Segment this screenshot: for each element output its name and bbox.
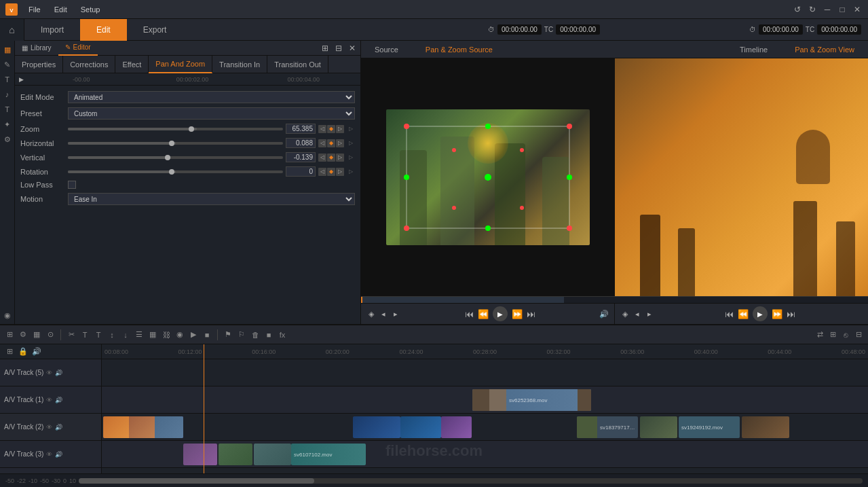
sidebar-icon-settings[interactable]: ⚙ bbox=[1, 133, 14, 145]
sidebar-icon-library[interactable]: ▦ bbox=[1, 43, 14, 56]
track-3-vol-icon[interactable]: 🔊 bbox=[55, 451, 62, 458]
timecode-right[interactable]: 00:00:00.00 bbox=[759, 24, 803, 35]
horizontal-expand[interactable]: ▷ bbox=[347, 139, 355, 147]
close-icon[interactable]: ✕ bbox=[852, 4, 863, 15]
panel-close-icon[interactable]: ✕ bbox=[347, 43, 358, 54]
vertical-keyframe-btn[interactable]: ◆ bbox=[327, 154, 335, 162]
tl-color-icon[interactable]: ■ bbox=[263, 329, 274, 340]
sidebar-icon-music[interactable]: ♪ bbox=[1, 88, 14, 101]
tab-pan-zoom[interactable]: Pan And Zoom bbox=[149, 56, 212, 73]
sidebar-icon-edit[interactable]: ✎ bbox=[1, 58, 14, 71]
track-1-vol-icon[interactable]: 🔊 bbox=[55, 397, 62, 403]
left-marker-icon[interactable]: ◈ bbox=[366, 309, 376, 319]
tab-transition-out[interactable]: Transition Out bbox=[267, 56, 328, 73]
tl-circle-icon[interactable]: ◉ bbox=[174, 329, 185, 340]
tl-right-icon2[interactable]: ⊞ bbox=[827, 329, 838, 340]
vertical-btn-left[interactable]: ◁ bbox=[318, 154, 326, 162]
redo-icon[interactable]: ↻ bbox=[807, 4, 818, 15]
preview-timeline-tab[interactable]: Timeline bbox=[726, 41, 781, 58]
horizontal-value[interactable]: 0.088 bbox=[286, 138, 316, 148]
zoom-value[interactable]: 65.385 bbox=[286, 124, 316, 134]
right-skip-fwd-icon[interactable]: ⏭ bbox=[787, 309, 795, 319]
rotation-slider[interactable] bbox=[68, 170, 283, 173]
tl-arrow-icon[interactable]: ↕ bbox=[107, 329, 117, 340]
vertical-expand[interactable]: ▷ bbox=[347, 154, 355, 162]
tl-right-icon1[interactable]: ⇄ bbox=[814, 329, 825, 340]
zoom-btn-right[interactable]: ▷ bbox=[336, 125, 344, 133]
track-2-eye-icon[interactable]: 👁 bbox=[46, 424, 52, 431]
tl-marker1-icon[interactable]: ⚑ bbox=[223, 329, 233, 340]
tab-corrections[interactable]: Corrections bbox=[63, 56, 115, 73]
low-pass-checkbox[interactable] bbox=[68, 181, 76, 189]
panel-play-button[interactable]: ▶ bbox=[16, 75, 26, 84]
rotation-keyframe-btn[interactable]: ◆ bbox=[327, 168, 335, 176]
track-audio-icon[interactable]: 🔊 bbox=[31, 346, 42, 357]
track-3-eye-icon[interactable]: 👁 bbox=[46, 451, 52, 458]
clip-track2-1[interactable] bbox=[103, 416, 183, 438]
clip-track2-7[interactable]: sv19249192.mov bbox=[679, 416, 740, 438]
import-button[interactable]: Import bbox=[24, 19, 80, 41]
track-5-eye-icon[interactable]: 👁 bbox=[46, 369, 52, 376]
motion-select[interactable]: Ease In bbox=[68, 193, 355, 205]
tab-effect[interactable]: Effect bbox=[115, 56, 149, 73]
vertical-slider[interactable] bbox=[68, 156, 283, 159]
tl-text-icon[interactable]: T bbox=[79, 329, 90, 340]
tl-stop-icon[interactable]: ■ bbox=[202, 329, 212, 340]
tl-fx-icon[interactable]: fx bbox=[277, 329, 288, 340]
zoom-btn-left[interactable]: ◁ bbox=[318, 125, 326, 133]
left-skip-back-icon[interactable]: ⏮ bbox=[465, 309, 474, 319]
timecode-left2[interactable]: 00:00:00.00 bbox=[556, 24, 600, 35]
track-2-vol-icon[interactable]: 🔊 bbox=[55, 424, 62, 431]
right-step-back-icon[interactable]: ⏪ bbox=[738, 309, 749, 319]
timecode-left[interactable]: 00:00:00.00 bbox=[497, 24, 542, 35]
track-1-eye-icon[interactable]: 👁 bbox=[46, 397, 52, 403]
sidebar-icon-type2[interactable]: T bbox=[1, 103, 14, 115]
right-vol2-icon[interactable]: ▸ bbox=[645, 309, 654, 319]
tab-properties[interactable]: Properties bbox=[15, 56, 63, 73]
vertical-value[interactable]: -0.139 bbox=[286, 152, 316, 162]
rotation-value[interactable]: 0 bbox=[286, 166, 316, 177]
export-button[interactable]: Export bbox=[127, 19, 183, 41]
left-play-button[interactable]: ▶ bbox=[493, 306, 508, 321]
left-step-back-icon[interactable]: ⏪ bbox=[478, 309, 489, 319]
tl-add-track-icon[interactable]: ⊞ bbox=[4, 329, 15, 340]
preset-select[interactable]: Custom bbox=[68, 107, 355, 120]
horizontal-slider[interactable] bbox=[68, 142, 283, 145]
left-vol-ctrl-icon[interactable]: 🔊 bbox=[599, 310, 609, 319]
tl-down-icon[interactable]: ↓ bbox=[120, 329, 131, 340]
clip-track2-5[interactable]: sv18379717.mov bbox=[577, 416, 638, 438]
track-3-content[interactable]: sv6107102.mov bbox=[102, 441, 868, 468]
left-step-fwd-icon[interactable]: ⏩ bbox=[512, 309, 523, 319]
vertical-btn-right[interactable]: ▷ bbox=[336, 154, 344, 162]
library-tab[interactable]: ▦ Library bbox=[15, 41, 58, 56]
menu-edit[interactable]: Edit bbox=[52, 4, 70, 15]
right-skip-back-icon[interactable]: ⏮ bbox=[725, 309, 734, 319]
clip-track3-3[interactable] bbox=[254, 444, 291, 465]
tl-play-icon[interactable]: ▶ bbox=[188, 329, 199, 340]
sidebar-icon-bottom[interactable]: ◉ bbox=[1, 309, 14, 321]
clip-track3-2[interactable] bbox=[219, 444, 252, 465]
tl-zoom-fit-icon[interactable]: ⊙ bbox=[45, 329, 56, 340]
home-button[interactable]: ⌂ bbox=[0, 19, 24, 41]
horizontal-btn-right[interactable]: ▷ bbox=[336, 139, 344, 147]
panel-detach-icon[interactable]: ⊟ bbox=[333, 43, 344, 54]
track-header-icon[interactable]: ⊞ bbox=[4, 346, 15, 357]
clip-track3-4[interactable]: sv6107102.mov bbox=[291, 444, 366, 465]
clip-sv6252368[interactable]: sv6252368.mov bbox=[472, 389, 591, 411]
right-vol-icon[interactable]: ◂ bbox=[633, 309, 642, 319]
preview-scrubber-source[interactable] bbox=[361, 296, 868, 303]
track-1-content[interactable]: sv6252368.mov bbox=[102, 386, 868, 414]
rotation-btn-left[interactable]: ◁ bbox=[318, 168, 326, 176]
left-skip-fwd-icon[interactable]: ⏭ bbox=[527, 309, 535, 319]
timeline-scrollbar-thumb[interactable] bbox=[79, 478, 314, 484]
preview-pan-zoom-view-tab[interactable]: Pan & Zoom View bbox=[781, 41, 868, 58]
tab-transition-in[interactable]: Transition In bbox=[212, 56, 267, 73]
panel-pin-icon[interactable]: ⊞ bbox=[320, 43, 331, 54]
clip-track2-2[interactable] bbox=[353, 416, 400, 438]
clip-track2-4[interactable] bbox=[441, 416, 472, 438]
preview-pan-zoom-source-tab[interactable]: Pan & Zoom Source bbox=[412, 41, 506, 58]
tl-right-icon4[interactable]: ⊟ bbox=[853, 329, 864, 340]
edit-mode-select[interactable]: Animated bbox=[68, 91, 355, 103]
minimize-icon[interactable]: ─ bbox=[822, 4, 833, 15]
menu-setup[interactable]: Setup bbox=[78, 4, 103, 15]
